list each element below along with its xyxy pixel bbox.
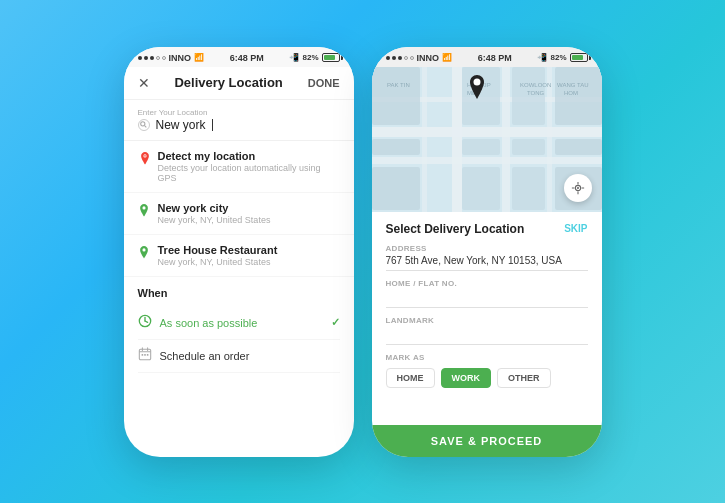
- signal-dot-1: [138, 56, 142, 60]
- svg-rect-27: [462, 139, 500, 155]
- home-flat-input[interactable]: [386, 290, 588, 308]
- carrier-name-r: INNO: [417, 53, 440, 63]
- battery-percent: 82%: [302, 53, 318, 62]
- svg-rect-25: [512, 67, 545, 125]
- svg-text:PAK TIN: PAK TIN: [387, 82, 410, 88]
- treehouse-item[interactable]: Tree House Restaurant New york, NY, Unit…: [124, 235, 354, 277]
- delivery-location-header: ✕ Delivery Location DONE: [124, 67, 354, 100]
- signal-dot-2: [144, 56, 148, 60]
- search-icon: [138, 119, 150, 131]
- status-left: INNO 📶: [138, 53, 205, 63]
- detect-location-subtitle: Detects your location automatically usin…: [158, 163, 340, 183]
- battery-fill-r: [572, 55, 583, 60]
- svg-point-49: [576, 186, 578, 188]
- when-section: When As soon as possible ✓: [124, 277, 354, 373]
- place-icon-1: [138, 204, 150, 222]
- wifi-icon-r: 📶: [442, 53, 452, 62]
- svg-rect-15: [146, 354, 148, 356]
- svg-rect-20: [372, 157, 602, 164]
- map-location-pin: [466, 75, 488, 107]
- svg-rect-13: [141, 354, 143, 356]
- landmark-input[interactable]: [386, 327, 588, 345]
- svg-rect-19: [502, 67, 510, 212]
- asap-item[interactable]: As soon as possible ✓: [138, 307, 340, 340]
- svg-text:KOWLOON: KOWLOON: [520, 82, 551, 88]
- svg-rect-26: [372, 67, 420, 125]
- address-field: ADDRESS 767 5th Ave, New York, NY 10153,…: [386, 244, 588, 271]
- svg-rect-33: [555, 139, 602, 155]
- close-button[interactable]: ✕: [138, 75, 150, 91]
- skip-button[interactable]: SKIP: [564, 223, 587, 234]
- signal-dots: [138, 56, 166, 60]
- home-flat-label: HOME / FLAT NO.: [386, 279, 588, 288]
- form-header: Select Delivery Location SKIP: [386, 222, 588, 236]
- mark-work-button[interactable]: WORK: [441, 368, 492, 388]
- mark-as-options: HOME WORK OTHER: [386, 368, 588, 388]
- done-button[interactable]: DONE: [308, 77, 340, 89]
- svg-rect-17: [372, 127, 602, 137]
- detect-location-title: Detect my location: [158, 150, 340, 162]
- status-right-r: 📲 82%: [537, 53, 587, 62]
- clock-icon: [138, 314, 152, 332]
- svg-point-5: [142, 248, 145, 251]
- svg-rect-35: [555, 67, 602, 125]
- svg-line-1: [145, 126, 147, 128]
- mark-home-button[interactable]: HOME: [386, 368, 435, 388]
- battery-fill: [324, 55, 335, 60]
- battery-icon: [322, 53, 340, 62]
- detect-location-item[interactable]: Detect my location Detects your location…: [124, 141, 354, 193]
- newyork-city-title: New york city: [158, 202, 271, 214]
- status-time-r: 6:48 PM: [478, 53, 512, 63]
- svg-rect-23: [547, 67, 552, 212]
- bluetooth-icon-r: 📲: [537, 53, 547, 62]
- signal-dot-r4: [404, 56, 408, 60]
- landmark-label: LANDMARK: [386, 316, 588, 325]
- signal-dot-r3: [398, 56, 402, 60]
- carrier-name: INNO: [169, 53, 192, 63]
- svg-point-43: [474, 79, 481, 86]
- home-flat-field[interactable]: HOME / FLAT NO.: [386, 279, 588, 308]
- svg-rect-30: [512, 167, 545, 210]
- svg-text:HOM: HOM: [564, 90, 578, 96]
- schedule-label: Schedule an order: [160, 350, 250, 362]
- my-location-button[interactable]: [564, 174, 592, 202]
- address-value: 767 5th Ave, New York, NY 10153, USA: [386, 255, 588, 271]
- mark-as-label: MARK AS: [386, 353, 588, 362]
- svg-rect-29: [462, 167, 500, 210]
- mark-other-button[interactable]: OTHER: [497, 368, 551, 388]
- status-right: 📲 82%: [289, 53, 339, 62]
- map-area[interactable]: PAK TIN HEK KIP MEI KOWLOON TONG WANG TA…: [372, 67, 602, 212]
- battery-icon-r: [570, 53, 588, 62]
- status-left-r: INNO 📶: [386, 53, 453, 63]
- delivery-form: Select Delivery Location SKIP ADDRESS 76…: [372, 212, 602, 419]
- signal-dot-3: [150, 56, 154, 60]
- newyork-city-item[interactable]: New york city New york, NY, United State…: [124, 193, 354, 235]
- search-input[interactable]: New york: [156, 118, 206, 132]
- svg-rect-22: [422, 67, 427, 212]
- place-icon-2: [138, 246, 150, 264]
- header-title: Delivery Location: [174, 75, 282, 90]
- signal-dot-5: [162, 56, 166, 60]
- save-proceed-button[interactable]: SAVE & PROCEED: [372, 425, 602, 457]
- bluetooth-icon: 📲: [289, 53, 299, 62]
- schedule-item[interactable]: Schedule an order: [138, 340, 340, 373]
- signal-dot-r5: [410, 56, 414, 60]
- landmark-field[interactable]: LANDMARK: [386, 316, 588, 345]
- svg-text:TONG: TONG: [527, 90, 545, 96]
- detect-location-icon: [138, 152, 150, 166]
- svg-point-4: [142, 206, 145, 209]
- battery-percent-r: 82%: [550, 53, 566, 62]
- calendar-icon: [138, 347, 152, 365]
- treehouse-subtitle: New york, NY, United States: [158, 257, 278, 267]
- phone-left: INNO 📶 6:48 PM 📲 82% ✕ Delivery Location…: [124, 47, 354, 457]
- svg-text:WANG TAU: WANG TAU: [557, 82, 589, 88]
- status-time: 6:48 PM: [230, 53, 264, 63]
- treehouse-text: Tree House Restaurant New york, NY, Unit…: [158, 244, 278, 267]
- phones-container: INNO 📶 6:48 PM 📲 82% ✕ Delivery Location…: [124, 47, 602, 457]
- svg-point-0: [141, 122, 145, 126]
- status-bar-right: INNO 📶 6:48 PM 📲 82%: [372, 47, 602, 67]
- text-cursor: [212, 119, 213, 131]
- treehouse-title: Tree House Restaurant: [158, 244, 278, 256]
- newyork-city-text: New york city New york, NY, United State…: [158, 202, 271, 225]
- asap-checkmark: ✓: [331, 316, 340, 329]
